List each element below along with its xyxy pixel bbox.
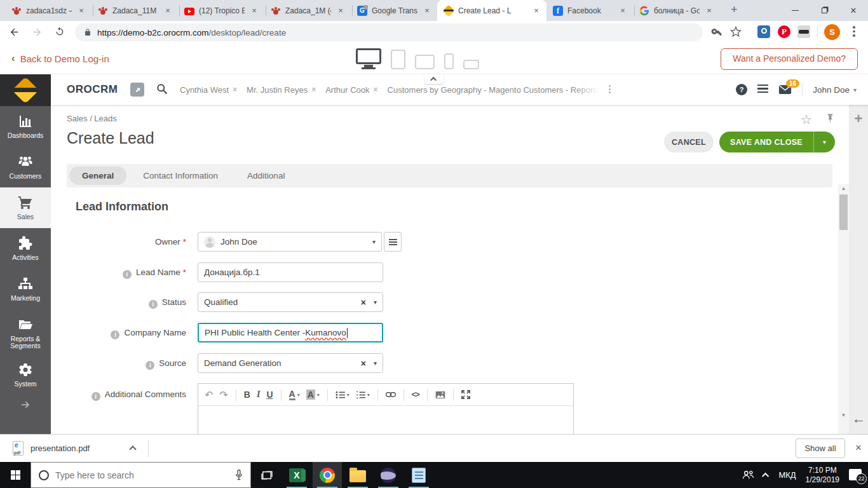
pinned-overflow-icon[interactable] xyxy=(609,85,611,95)
browser-menu-button[interactable] xyxy=(853,26,855,39)
taskbar-app-excel[interactable]: X xyxy=(282,462,311,488)
sidebar-item-customers[interactable]: Customers xyxy=(0,147,51,187)
save-and-close-button[interactable]: SAVE AND CLOSE ▾ xyxy=(719,132,835,152)
sidebar-item-marketing[interactable]: Marketing xyxy=(0,269,51,309)
owner-list-button[interactable] xyxy=(384,232,402,252)
taskbar-search[interactable] xyxy=(31,462,251,488)
sidebar-item-sales[interactable]: Sales xyxy=(0,187,51,228)
start-button[interactable] xyxy=(0,462,31,488)
header-collapse-tab[interactable] xyxy=(424,74,444,84)
language-indicator[interactable]: МКД xyxy=(778,470,796,480)
back-to-demo-link[interactable]: ‹ Back to Demo Log-in xyxy=(11,52,109,65)
pinned-page[interactable]: Arthur Cook× xyxy=(325,85,377,95)
tab-close-icon[interactable]: × xyxy=(422,6,432,16)
tab-additional[interactable]: Additional xyxy=(234,166,297,185)
redo-button[interactable]: ↷ xyxy=(219,389,227,401)
global-search-button[interactable] xyxy=(156,83,168,95)
font-color-button[interactable]: A▾ xyxy=(289,390,300,400)
scrollbar-thumb[interactable] xyxy=(839,194,848,230)
browser-tab-active[interactable]: Create Lead - L × xyxy=(437,0,546,21)
pin-page-button[interactable] xyxy=(825,113,835,123)
reload-button[interactable] xyxy=(52,24,67,39)
insert-image-button[interactable] xyxy=(435,391,445,399)
tablet-portrait-icon[interactable] xyxy=(391,50,405,69)
taskbar-app-notes[interactable] xyxy=(404,462,433,488)
tab-close-icon[interactable]: × xyxy=(336,6,346,16)
sidebar-expand-arrow[interactable] xyxy=(0,393,51,416)
underline-button[interactable]: U xyxy=(266,390,273,400)
numbered-list-button[interactable]: ▾ xyxy=(356,391,370,399)
scroll-down-arrow[interactable]: ▼ xyxy=(838,411,849,420)
tab-contact-information[interactable]: Contact Information xyxy=(130,166,231,185)
lead-name-input[interactable] xyxy=(198,262,383,282)
forward-button[interactable] xyxy=(29,24,44,39)
scroll-up-arrow[interactable]: ▲ xyxy=(838,184,849,193)
sidebar-item-activities[interactable]: Activities xyxy=(0,228,51,269)
owner-select[interactable]: John Doe ▾ xyxy=(198,232,382,252)
oro-logo[interactable] xyxy=(0,74,51,106)
extension-icon-1[interactable] xyxy=(757,25,770,38)
breadcrumb[interactable]: Sales / Leads xyxy=(67,114,117,123)
action-center-button[interactable]: 22 xyxy=(849,468,864,483)
fullscreen-button[interactable] xyxy=(461,390,470,399)
italic-button[interactable]: I xyxy=(257,390,260,400)
orocrm-wordmark[interactable]: OROCRM xyxy=(67,83,118,96)
insert-link-button[interactable] xyxy=(386,391,396,398)
clear-icon[interactable]: × xyxy=(361,358,366,369)
add-shortcut-button[interactable]: + xyxy=(851,111,865,127)
background-color-button[interactable]: A▾ xyxy=(306,390,320,400)
adblock-extension-icon[interactable] xyxy=(797,25,810,38)
taskbar-app-explorer[interactable] xyxy=(343,462,372,488)
password-key-icon[interactable] xyxy=(709,24,724,39)
microphone-icon[interactable] xyxy=(235,470,243,480)
bold-button[interactable]: B xyxy=(244,390,250,400)
side-panel-toggle-arrow[interactable]: ← xyxy=(852,411,865,426)
downloaded-file-name[interactable]: presentation.pdf xyxy=(31,444,90,453)
browser-tab-8[interactable]: болница - Goo × xyxy=(633,0,719,21)
code-view-button[interactable]: <> xyxy=(412,390,419,399)
taskbar-clock[interactable]: 7:10 PM 1/29/2019 xyxy=(806,466,839,485)
browser-tab-7[interactable]: f Facebook × xyxy=(546,0,633,21)
address-bar[interactable]: https://demo-b2c.orocrm.com/desktop/lead… xyxy=(75,24,703,41)
browser-tab-2[interactable]: Zadaca_11M (e × xyxy=(92,0,178,21)
tab-close-icon[interactable]: × xyxy=(163,6,173,16)
taskbar-app-eclipse[interactable] xyxy=(374,462,403,488)
phone-landscape-icon[interactable] xyxy=(463,60,479,69)
bookmark-star-button[interactable] xyxy=(728,24,743,39)
undo-button[interactable]: ↶ xyxy=(205,389,213,401)
bullet-list-button[interactable]: ▾ xyxy=(336,391,349,399)
personalized-demo-button[interactable]: Want a Personalized Demo? xyxy=(721,48,858,70)
pinned-close-icon[interactable]: × xyxy=(233,85,237,94)
browser-tab-3[interactable]: (12) Tropico Ba × xyxy=(178,0,264,21)
browser-tab-1[interactable]: zadaca1sdz – T × xyxy=(5,0,92,21)
tab-general[interactable]: General xyxy=(69,166,126,185)
sidebar-item-reports-segments[interactable]: Reports & Segments xyxy=(0,309,51,356)
show-all-downloads-button[interactable]: Show all xyxy=(796,438,845,458)
content-scrollbar[interactable]: ▲ ▼ xyxy=(838,184,849,434)
close-shelf-button[interactable]: × xyxy=(855,442,862,454)
pinned-page[interactable]: Mr. Justin Reyes× xyxy=(247,85,316,95)
new-tab-button[interactable]: + xyxy=(731,3,738,17)
pinned-close-icon[interactable]: × xyxy=(374,85,378,94)
sidebar-item-system[interactable]: System xyxy=(0,356,51,393)
help-button[interactable]: ? xyxy=(736,84,747,95)
tab-close-icon[interactable]: × xyxy=(704,6,714,16)
editor-text-area[interactable] xyxy=(198,406,573,434)
desktop-device-icon[interactable] xyxy=(356,48,381,69)
window-minimize-button[interactable] xyxy=(780,0,810,21)
taskbar-search-input[interactable] xyxy=(55,470,229,480)
pinned-page[interactable]: Customers by Geography - Magento Custome… xyxy=(388,85,600,95)
status-select[interactable]: Qualified × ▾ xyxy=(198,292,383,312)
cancel-button[interactable]: CANCEL xyxy=(664,132,714,152)
user-menu[interactable]: John Doe ▾ xyxy=(813,85,857,95)
company-name-input[interactable]: PHI Public Health Center - Kumanovo xyxy=(198,323,383,342)
people-tray-icon[interactable] xyxy=(742,470,754,480)
tablet-landscape-icon[interactable] xyxy=(415,55,435,69)
clear-icon[interactable]: × xyxy=(361,297,366,308)
window-close-button[interactable]: × xyxy=(839,0,868,21)
window-restore-button[interactable] xyxy=(810,0,839,21)
profile-avatar[interactable]: S xyxy=(824,24,840,40)
share-button[interactable] xyxy=(130,83,144,97)
browser-tab-4[interactable]: Zadaca_1M (ec × xyxy=(264,0,351,21)
messages-button[interactable]: 16 xyxy=(778,85,792,95)
